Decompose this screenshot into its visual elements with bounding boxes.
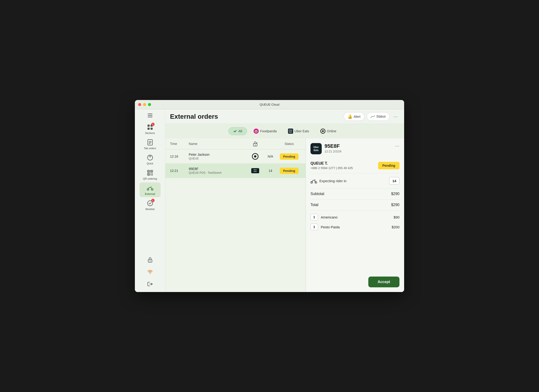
svg-rect-5 xyxy=(148,128,150,130)
app-window: QUEUE Cloud 1 xyxy=(135,100,404,292)
subtotal-label: Subtotal xyxy=(310,192,324,196)
maximize-button[interactable] xyxy=(148,103,151,106)
item-price-1: $90 xyxy=(394,215,399,219)
main-content: External orders 🔔 Alert Status xyxy=(165,109,404,292)
item-qty-2: 1 xyxy=(310,224,318,230)
sidebar-bottom xyxy=(146,256,154,292)
content-area: Time Name xyxy=(165,138,404,292)
col-name-header: Name xyxy=(189,142,247,146)
svg-rect-9 xyxy=(149,142,151,143)
svg-rect-3 xyxy=(148,125,150,127)
external-label: External xyxy=(145,193,155,195)
svg-point-24 xyxy=(148,189,148,190)
menu-icon[interactable] xyxy=(146,111,154,120)
top-bar-actions: 🔔 Alert Status ⋯ xyxy=(344,112,400,121)
detail-footer: Accept xyxy=(310,273,399,287)
page-title: External orders xyxy=(170,113,344,120)
status-badge-2: Pending xyxy=(280,168,298,174)
accept-button[interactable]: Accept xyxy=(368,276,399,287)
col-lock-header xyxy=(247,141,263,146)
total-value: $290 xyxy=(391,203,399,207)
rider-minutes: 14 xyxy=(389,177,399,184)
detail-total: Total $290 xyxy=(310,199,399,211)
customer-info: QUEUE T. +886 2 5594 1277 | 055 49 425 xyxy=(310,161,353,170)
svg-rect-1 xyxy=(148,115,152,116)
wifi-icon[interactable] xyxy=(146,268,154,276)
svg-rect-21 xyxy=(152,174,153,175)
svg-rect-13 xyxy=(148,171,149,172)
tab-orders-label: Tab orders xyxy=(144,147,156,150)
subtotal-value: $290 xyxy=(391,192,399,196)
svg-rect-19 xyxy=(152,173,153,174)
foodpanda-icon: 🐼 xyxy=(254,129,259,134)
app-title: QUEUE Cloud xyxy=(260,103,279,106)
filter-tab-online[interactable]: Online xyxy=(316,127,341,136)
order-name-sub-1: QUEUE xyxy=(189,157,247,160)
rider-label: Expecting rider in xyxy=(319,179,389,183)
qr-ordering-label: QR ordering xyxy=(143,177,157,180)
item-name-2: Pesto Pasta xyxy=(321,225,392,229)
alert-button[interactable]: 🔔 Alert xyxy=(344,112,365,121)
svg-point-29 xyxy=(150,274,150,274)
traffic-lights xyxy=(138,103,151,106)
platform-logo: UberEats xyxy=(310,143,322,154)
detail-order-time: 12:21 2/2/24 xyxy=(325,150,395,153)
table-row[interactable]: 12:16 Peter Jackson QUEUE N/A Pend xyxy=(165,149,306,164)
top-bar: External orders 🔔 Alert Status xyxy=(165,109,404,124)
bell-icon: 🔔 xyxy=(348,114,352,119)
svg-rect-0 xyxy=(148,114,152,114)
close-button[interactable] xyxy=(138,103,141,106)
sidebar-item-worklist[interactable]: 1 Worklist xyxy=(140,198,161,212)
order-icon-col-1 xyxy=(247,153,263,160)
online-badge-icon xyxy=(252,153,259,160)
svg-rect-15 xyxy=(151,171,152,172)
order-name-sub-2: QUEUE POS - TestStoreA xyxy=(189,171,247,174)
lock-icon[interactable] xyxy=(146,256,154,264)
filter-bar: All 🐼 Foodpanda UberEats Uber Eats Onlin… xyxy=(165,124,404,138)
order-name-main-2: 95E8F xyxy=(189,167,247,171)
sidebar-item-tab-orders[interactable]: Tab orders xyxy=(140,137,161,151)
col-time-header: Time xyxy=(170,142,189,146)
customer-name: QUEUE T. xyxy=(310,161,353,165)
logout-icon[interactable] xyxy=(146,280,154,288)
sidebar-item-sections[interactable]: 1 Sections xyxy=(140,121,161,136)
table-row[interactable]: 12:21 95E8F QUEUE POS - TestStoreA UberE… xyxy=(165,164,306,178)
svg-rect-17 xyxy=(148,174,149,175)
svg-rect-18 xyxy=(151,173,151,174)
detail-subtotal: Subtotal $290 xyxy=(310,189,399,199)
svg-point-28 xyxy=(150,260,151,261)
detail-header: UberEats 95E8F 12:21 2/2/24 ⋯ xyxy=(310,143,399,154)
filter-tab-foodpanda[interactable]: 🐼 Foodpanda xyxy=(249,127,281,136)
svg-rect-10 xyxy=(149,144,151,144)
grid-icon: 1 xyxy=(146,123,154,131)
order-name-main-1: Peter Jackson xyxy=(189,153,247,156)
svg-point-25 xyxy=(152,189,152,190)
signal-icon xyxy=(371,114,375,119)
svg-rect-6 xyxy=(151,128,153,130)
svg-rect-8 xyxy=(149,141,151,142)
sidebar-item-qr-ordering[interactable]: QR ordering xyxy=(140,167,161,182)
quick-label: Quick xyxy=(147,162,153,165)
order-name-col-2: 95E8F QUEUE POS - TestStoreA xyxy=(189,167,247,174)
list-item: 1 Pesto Pasta $200 xyxy=(310,224,399,230)
list-item: 1 Americano $90 xyxy=(310,214,399,220)
minimize-button[interactable] xyxy=(143,103,146,106)
order-time-1: 12:16 xyxy=(170,155,189,158)
item-name-1: Americano xyxy=(321,215,394,219)
orders-panel: Time Name xyxy=(165,138,306,292)
detail-header-info: 95E8F 12:21 2/2/24 xyxy=(325,143,395,153)
col-status-header: Status xyxy=(277,142,301,146)
detail-more-button[interactable]: ⋯ xyxy=(395,143,399,149)
filter-tab-ubereats[interactable]: UberEats Uber Eats xyxy=(283,127,314,136)
detail-customer: QUEUE T. +886 2 5594 1277 | 055 49 425 P… xyxy=(310,158,399,173)
sidebar-item-quick[interactable]: Quick xyxy=(140,152,161,167)
checkcircle-icon: 1 xyxy=(146,199,154,207)
status-button[interactable]: Status xyxy=(367,112,390,121)
sidebar-item-external[interactable]: External xyxy=(140,182,161,197)
ubereats-icon-sm: UberEats xyxy=(288,129,293,134)
filter-tab-all[interactable]: All xyxy=(228,127,247,135)
more-button[interactable]: ⋯ xyxy=(392,113,399,120)
order-name-col-1: Peter Jackson QUEUE xyxy=(189,153,247,160)
detail-order-id: 95E8F xyxy=(325,143,395,149)
order-time-2: 12:21 xyxy=(170,169,189,173)
